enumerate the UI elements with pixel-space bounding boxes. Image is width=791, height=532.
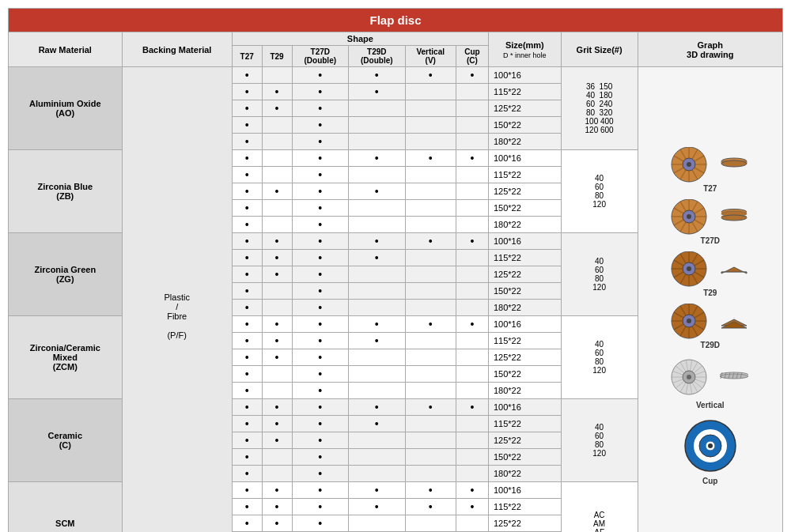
cell-size-1-1: 115*22 — [488, 167, 561, 183]
cell-t29-1-0 — [262, 150, 292, 167]
cell-t29d-0-0: • — [349, 67, 406, 84]
cell-grit-1-0: 40 60 80 120 — [561, 150, 638, 233]
raw-material-4: Ceramic (C) — [9, 399, 123, 482]
cell-t29d-4-0: • — [349, 399, 406, 416]
cell-size-2-2: 125*22 — [488, 266, 561, 283]
cell-t27d-2-3: • — [292, 283, 349, 300]
cell-t27d-0-2: • — [292, 100, 349, 117]
cell-cup-4-4 — [456, 466, 488, 482]
cell-t29d-1-0: • — [349, 150, 406, 167]
cell-size-3-3: 150*22 — [488, 366, 561, 383]
cell-t29d-0-4 — [349, 134, 406, 150]
cell-vert-5-2 — [405, 515, 456, 532]
svg-point-17 — [721, 160, 747, 167]
cell-cup-3-1 — [456, 333, 488, 349]
cell-t29-5-0: • — [262, 482, 292, 499]
cell-t27-1-1: • — [232, 167, 262, 183]
cell-t29d-3-2 — [349, 349, 406, 366]
cell-t27-2-2: • — [232, 266, 262, 283]
cell-vert-5-0: • — [405, 482, 456, 499]
cell-cup-2-0: • — [456, 233, 488, 250]
cell-t29d-2-1: • — [349, 250, 406, 266]
cell-vert-2-3 — [405, 283, 456, 300]
page-wrapper: Flap disc Raw Material Backing Material … — [0, 0, 791, 532]
cell-size-2-0: 100*16 — [488, 233, 561, 250]
cell-size-5-2: 125*22 — [488, 515, 561, 532]
cell-t29-4-4 — [262, 466, 292, 482]
cell-size-3-4: 180*22 — [488, 383, 561, 399]
cell-size-4-3: 150*22 — [488, 449, 561, 466]
cell-t27-5-0: • — [232, 482, 262, 499]
cell-t27-3-0: • — [232, 316, 262, 333]
raw-material-2: Zirconia Green (ZG) — [9, 233, 123, 316]
title-row: Flap disc — [9, 9, 783, 32]
cell-vert-3-0: • — [405, 316, 456, 333]
cell-grit-0-0: 36 150 40 180 60 240 80 320 100 400 120 … — [561, 67, 638, 150]
cell-vert-0-3 — [405, 117, 456, 134]
cell-t29-3-3 — [262, 366, 292, 383]
cell-t29-3-2: • — [262, 349, 292, 366]
svg-point-95 — [720, 374, 748, 379]
cell-cup-4-1 — [456, 416, 488, 432]
table-row: Aluminium Oxide (AO)Plastic / Fibre (P/F… — [9, 67, 783, 84]
cell-cup-1-2 — [456, 183, 488, 200]
cell-t27-0-3: • — [232, 117, 262, 134]
cell-t29d-1-2: • — [349, 183, 406, 200]
cell-t29-5-1: • — [262, 499, 292, 515]
cell-t27-1-3: • — [232, 200, 262, 217]
cell-t27-1-0: • — [232, 150, 262, 167]
svg-point-74 — [687, 375, 691, 379]
cell-t29-1-2: • — [262, 183, 292, 200]
col-t29d: T29D (Double) — [349, 46, 406, 67]
cell-t29-0-2: • — [262, 100, 292, 117]
cell-cup-1-3 — [456, 200, 488, 217]
svg-marker-53 — [721, 267, 747, 274]
cell-grit-3-0: 40 60 80 120 — [561, 316, 638, 399]
col-graph: Graph 3D drawing — [638, 32, 782, 67]
cell-size-4-4: 180*22 — [488, 466, 561, 482]
cell-size-4-0: 100*16 — [488, 399, 561, 416]
cell-t27d-4-4: • — [292, 466, 349, 482]
cell-vert-4-3 — [405, 449, 456, 466]
cell-vert-2-1 — [405, 250, 456, 266]
cell-t29-1-3 — [262, 200, 292, 217]
cell-vert-1-2 — [405, 183, 456, 200]
cell-t29d-5-0: • — [349, 482, 406, 499]
cell-vert-4-0: • — [405, 399, 456, 416]
cell-vert-4-4 — [405, 466, 456, 482]
cell-t27-2-1: • — [232, 250, 262, 266]
cell-cup-3-2 — [456, 349, 488, 366]
cell-size-5-1: 115*22 — [488, 499, 561, 515]
cell-size-2-3: 150*22 — [488, 283, 561, 300]
cell-grit-4-0: 40 60 80 120 — [561, 399, 638, 482]
cell-size-0-2: 125*22 — [488, 100, 561, 117]
cell-t29-0-1: • — [262, 84, 292, 100]
cell-t27d-0-3: • — [292, 117, 349, 134]
cell-t27-2-0: • — [232, 233, 262, 250]
cell-size-0-1: 115*22 — [488, 84, 561, 100]
cell-t27-0-2: • — [232, 100, 262, 117]
cell-t29d-2-0: • — [349, 233, 406, 250]
cell-vert-3-3 — [405, 366, 456, 383]
cell-t27-3-3: • — [232, 366, 262, 383]
cell-vert-1-3 — [405, 200, 456, 217]
cell-t29d-0-2 — [349, 100, 406, 117]
cell-cup-1-1 — [456, 167, 488, 183]
cell-t29d-3-3 — [349, 366, 406, 383]
table-title: Flap disc — [9, 9, 783, 32]
cell-t27d-3-2: • — [292, 349, 349, 366]
cell-t27d-4-2: • — [292, 432, 349, 449]
cell-t29d-4-1: • — [349, 416, 406, 432]
cell-t27d-1-4: • — [292, 217, 349, 233]
col-backing: Backing Material — [122, 32, 232, 67]
cell-t27-3-1: • — [232, 333, 262, 349]
cell-t29-4-0: • — [262, 399, 292, 416]
cell-t29-2-0: • — [262, 233, 292, 250]
cell-cup-5-2 — [456, 515, 488, 532]
svg-point-40 — [687, 266, 691, 271]
cell-size-1-0: 100*16 — [488, 150, 561, 167]
raw-material-3: Zirconia/Ceramic Mixed (ZCM) — [9, 316, 123, 399]
cell-size-0-0: 100*16 — [488, 67, 561, 84]
cell-vert-0-2 — [405, 100, 456, 117]
cell-size-0-4: 180*22 — [488, 134, 561, 150]
